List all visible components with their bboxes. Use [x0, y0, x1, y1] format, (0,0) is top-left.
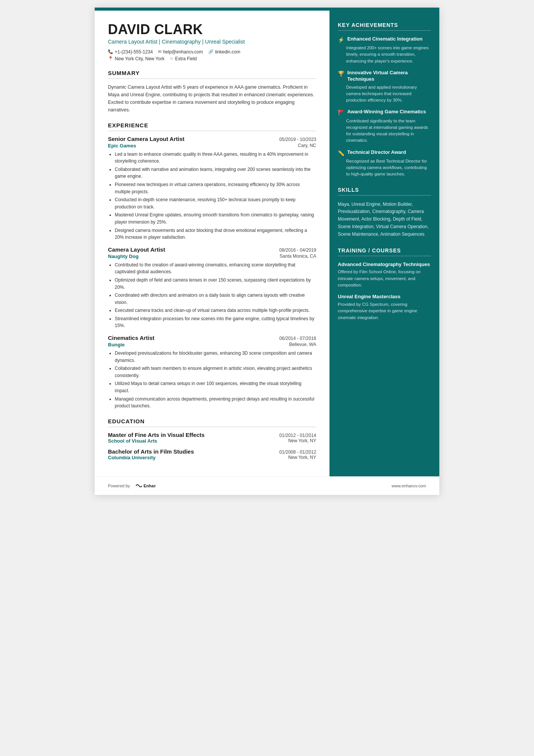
edu-1-header: Master of Fine Arts in Visual Effects 01…	[108, 432, 316, 438]
linkedin-icon: 🔗	[208, 49, 214, 54]
job-2-title: Camera Layout Artist	[108, 246, 165, 253]
achievement-3-desc: Contributed significantly to the team re…	[338, 118, 431, 144]
job-3-sub: Bungie Bellevue, WA	[108, 342, 316, 347]
email-address: help@enhancv.com	[163, 49, 203, 55]
experience-section: EXPERIENCE Senior Camera Layout Artist 0…	[108, 122, 316, 410]
list-item: Pioneered new techniques in virtual came…	[115, 181, 316, 195]
job-1-header: Senior Camera Layout Artist 05/2019 - 10…	[108, 136, 316, 142]
phone-contact: 📞 +1-(234)-555-1234	[108, 49, 153, 55]
achievements-section: KEY ACHIEVEMENTS ⚡ Enhanced Cinematic In…	[338, 22, 431, 178]
footer: Powered by Enhancv www.enhancv.com	[95, 476, 439, 495]
edu-1-sub: School of Visual Arts New York, NY	[108, 438, 316, 444]
extra-field-text: Extra Field	[175, 56, 197, 61]
achievement-4: ✏️ Technical Director Award Recognized a…	[338, 149, 431, 178]
candidate-name: DAVID CLARK	[108, 22, 316, 37]
job-3-dates: 06/2014 - 07/2016	[279, 336, 316, 341]
location-contact: 📍 New York City, New York	[108, 56, 164, 61]
edu-2-location: New York, NY	[288, 455, 316, 460]
skills-section: SKILLS Maya, Unreal Engine, Motion Build…	[338, 187, 431, 238]
enhancv-logo-svg: Enhancv	[133, 482, 156, 490]
edu-1-dates: 01/2012 - 01/2014	[279, 433, 316, 438]
list-item: Developed previsualizations for blockbus…	[115, 350, 316, 364]
achievements-title: KEY ACHIEVEMENTS	[338, 22, 431, 31]
phone-icon: 📞	[108, 49, 113, 54]
list-item: Managed communication across departments…	[115, 396, 316, 410]
education-title: EDUCATION	[108, 418, 316, 427]
job-3-bullets: Developed previsualizations for blockbus…	[108, 350, 316, 410]
pencil-icon: ✏️	[338, 150, 344, 157]
header-section: DAVID CLARK Camera Layout Artist | Cinem…	[108, 22, 316, 61]
training-1-desc: Offered by Film School Online, focusing …	[338, 269, 431, 288]
edu-1-location: New York, NY	[288, 438, 316, 444]
flag-icon: 🚩	[338, 109, 344, 116]
skills-title: SKILLS	[338, 187, 431, 196]
achievement-2-desc: Developed and applied revolutionary came…	[338, 84, 431, 104]
achievement-3: 🚩 Award-Winning Game Cinematics Contribu…	[338, 109, 431, 144]
achievement-4-title: ✏️ Technical Director Award	[338, 149, 431, 157]
job-1-sub: Epic Games Cary, NC	[108, 143, 316, 149]
list-item: Collaborated with team members to ensure…	[115, 365, 316, 379]
job-3-header: Cinematics Artist 06/2014 - 07/2016	[108, 335, 316, 341]
candidate-subtitle: Camera Layout Artist | Cinematography | …	[108, 39, 316, 45]
logo-text: Enhancv	[144, 484, 156, 488]
right-column: KEY ACHIEVEMENTS ⚡ Enhanced Cinematic In…	[329, 11, 439, 476]
job-2-bullets: Contributed to the creation of award-win…	[108, 261, 316, 329]
top-bar	[95, 8, 439, 11]
list-item: Mastered Unreal Engine updates, ensuring…	[115, 211, 316, 225]
education-section: EDUCATION Master of Fine Arts in Visual …	[108, 418, 316, 460]
training-1-title: Advanced Cinematography Techniques	[338, 261, 431, 268]
list-item: Designed camera movements and actor bloc…	[115, 227, 316, 241]
edu-2-degree: Bachelor of Arts in Film Studies	[108, 448, 194, 455]
resume-body: DAVID CLARK Camera Layout Artist | Cinem…	[95, 11, 439, 476]
job-2-header: Camera Layout Artist 08/2016 - 04/2019	[108, 246, 316, 253]
edu-2-school: Columbia University	[108, 455, 156, 460]
training-section: TRAINING / COURSES Advanced Cinematograp…	[338, 247, 431, 321]
job-1-company: Epic Games	[108, 143, 136, 149]
list-item: Optimized depth of field and camera lens…	[115, 277, 316, 291]
job-1-title: Senior Camera Layout Artist	[108, 136, 184, 142]
achievement-1-desc: Integrated 200+ scenes into game engines…	[338, 45, 431, 64]
contact-line-1: 📞 +1-(234)-555-1234 ✉ help@enhancv.com 🔗…	[108, 49, 316, 55]
job-2-dates: 08/2016 - 04/2019	[279, 247, 316, 253]
job-3-title: Cinematics Artist	[108, 335, 155, 341]
achievement-1: ⚡ Enhanced Cinematic Integration Integra…	[338, 36, 431, 64]
job-3-company: Bungie	[108, 342, 125, 347]
footer-website: www.enhancv.com	[392, 484, 426, 488]
job-2-sub: Naughty Dog Santa Monica, CA	[108, 254, 316, 259]
linkedin-url: linkedin.com	[215, 49, 240, 55]
job-1-location: Cary, NC	[298, 143, 316, 149]
training-2-title: Unreal Engine Masterclass	[338, 294, 431, 300]
skills-text: Maya, Unreal Engine, Motion Builder, Pre…	[338, 201, 431, 238]
achievement-4-desc: Recognized as Best Technical Director fo…	[338, 158, 431, 178]
email-contact: ✉ help@enhancv.com	[158, 49, 203, 55]
edu-2-sub: Columbia University New York, NY	[108, 455, 316, 460]
job-1-bullets: Led a team to enhance cinematic quality …	[108, 151, 316, 241]
summary-section: SUMMARY Dynamic Camera Layout Artist wit…	[108, 70, 316, 114]
list-item: Utilized Maya to detail camera setups in…	[115, 380, 316, 394]
phone-number: +1-(234)-555-1234	[115, 49, 153, 55]
contact-line-2: 📍 New York City, New York ☆ Extra Field	[108, 56, 316, 61]
training-1: Advanced Cinematography Techniques Offer…	[338, 261, 431, 289]
edu-2-header: Bachelor of Arts in Film Studies 01/2008…	[108, 448, 316, 455]
trophy-icon: 🏆	[338, 70, 344, 77]
list-item: Streamlined integration processes for ne…	[115, 315, 316, 329]
edu-1-school: School of Visual Arts	[108, 438, 157, 444]
summary-title: SUMMARY	[108, 70, 316, 79]
achievement-3-title: 🚩 Award-Winning Game Cinematics	[338, 109, 431, 116]
edu-2: Bachelor of Arts in Film Studies 01/2008…	[108, 448, 316, 460]
list-item: Contributed to the creation of award-win…	[115, 261, 316, 275]
powered-by-label: Powered by	[108, 484, 130, 488]
job-2: Camera Layout Artist 08/2016 - 04/2019 N…	[108, 246, 316, 329]
achievement-1-title: ⚡ Enhanced Cinematic Integration	[338, 36, 431, 43]
location-icon: 📍	[108, 56, 113, 61]
job-3: Cinematics Artist 06/2014 - 07/2016 Bung…	[108, 335, 316, 410]
training-2-desc: Provided by CG Spectrum, covering compre…	[338, 301, 431, 321]
linkedin-contact: 🔗 linkedin.com	[208, 49, 240, 55]
job-1-dates: 05/2019 - 10/2023	[279, 137, 316, 142]
achievement-2: 🏆 Innovative Virtual Camera Techniques D…	[338, 70, 431, 104]
lightning-icon: ⚡	[338, 36, 344, 43]
job-2-location: Santa Monica, CA	[279, 254, 316, 259]
job-3-location: Bellevue, WA	[289, 342, 316, 347]
edu-1: Master of Fine Arts in Visual Effects 01…	[108, 432, 316, 444]
footer-left: Powered by Enhancv	[108, 482, 156, 490]
